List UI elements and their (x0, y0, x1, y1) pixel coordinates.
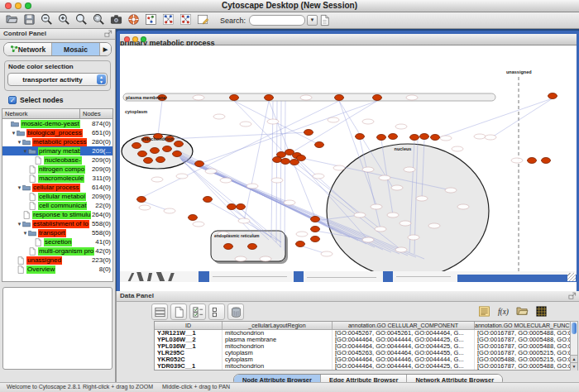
tree-row-nucleobase-[interactable]: nucleobase-209(0) (2, 155, 112, 165)
network-node-unmatched[interactable] (240, 122, 251, 127)
network-node-unmatched[interactable] (296, 232, 308, 237)
delete-attribute-icon[interactable] (227, 304, 244, 320)
annotation-icon[interactable] (196, 12, 210, 26)
zoom-selected-icon[interactable] (92, 12, 106, 26)
table-row[interactable]: YLR295Ccytoplasm[GO:0045263, GO:0044464,… (155, 350, 571, 356)
network-node-unmatched[interactable] (457, 204, 469, 209)
snapshot-camera-icon[interactable] (109, 12, 123, 26)
tab-mosaic[interactable]: Mosaic (52, 43, 100, 55)
import-attributes-icon[interactable] (514, 304, 529, 318)
tree-row-establishment-of-lo[interactable]: ▼establishment of lo558(0) (2, 219, 112, 228)
network-node[interactable] (273, 157, 282, 163)
scroll-down-icon[interactable]: ▼ (571, 362, 577, 370)
table-cell[interactable]: cytoplasm (223, 350, 333, 356)
table-cell[interactable]: YPL036W__2 (155, 337, 223, 343)
network-node-unmatched[interactable] (271, 178, 283, 183)
tree-expand-icon[interactable]: ▼ (17, 222, 22, 227)
attribute-list-icon[interactable] (476, 304, 491, 318)
table-cell[interactable]: plasma membrane (223, 337, 333, 343)
column-header[interactable]: _cellularLayoutRegion (223, 322, 333, 330)
tree-row-secretion[interactable]: secretion41(0) (2, 237, 112, 246)
layout-blue-icon[interactable] (161, 12, 175, 26)
network-edge[interactable] (490, 98, 553, 138)
open-folder-icon[interactable] (5, 12, 19, 26)
network-node-unmatched[interactable] (333, 165, 345, 170)
network-node[interactable] (297, 155, 306, 161)
network-node-unmatched[interactable] (176, 174, 188, 179)
network-node[interactable] (548, 93, 557, 99)
network-node[interactable] (389, 134, 398, 140)
network-node-unmatched[interactable] (193, 95, 204, 100)
network-node[interactable] (195, 161, 204, 167)
tree-row-macromolecule[interactable]: macromolecule311(0) (2, 174, 112, 183)
network-node[interactable] (230, 95, 239, 101)
search-input[interactable] (249, 15, 305, 26)
node-color-dropdown[interactable]: transporter activity ▲▼ (7, 73, 108, 86)
network-node-unmatched[interactable] (406, 95, 418, 100)
network-node-unmatched[interactable] (379, 175, 390, 180)
tree-expand-icon[interactable]: ▼ (22, 149, 28, 154)
network-node-unmatched[interactable] (485, 135, 496, 140)
tree-header-network[interactable]: Network (2, 109, 80, 118)
network-node[interactable] (237, 204, 246, 210)
network-node-unmatched[interactable] (474, 134, 486, 139)
network-node-unmatched[interactable] (391, 185, 403, 190)
layout-red-icon[interactable] (179, 12, 193, 26)
network-node-unmatched[interactable] (511, 158, 523, 163)
network-node[interactable] (173, 151, 182, 157)
network-node[interactable] (311, 227, 320, 232)
network-node[interactable] (163, 146, 172, 152)
tree-row-biological-process[interactable]: ▼biological_process651(0) (2, 128, 112, 137)
attribute-table[interactable]: ID_cellularLayoutRegionannotation.GO CEL… (154, 321, 572, 370)
tree-row-overview[interactable]: Overview8(0) (2, 265, 112, 274)
table-row[interactable]: YPL036W__2plasma membrane[GO:0044464, GO… (155, 337, 571, 343)
table-cell[interactable]: [GO:0044464, GO:0044446, GO:0044444, G..… (333, 356, 475, 363)
network-node-unmatched[interactable] (362, 167, 374, 172)
unselect-attributes-icon[interactable] (208, 304, 225, 320)
network-node-unmatched[interactable] (328, 117, 339, 122)
tree-expand-icon[interactable]: ▼ (11, 131, 17, 136)
tree-expand-icon[interactable]: ▼ (22, 231, 28, 236)
table-row[interactable]: YKR052Ccytoplasm[GO:0044464, GO:0044446,… (155, 356, 571, 363)
network-edge[interactable] (158, 101, 162, 135)
tree-row-primary-metabo[interactable]: ▼primary metabo209(... (2, 146, 112, 155)
network-node-unmatched[interactable] (193, 222, 204, 227)
network-node[interactable] (335, 95, 344, 101)
network-node-unmatched[interactable] (395, 124, 407, 129)
table-cell[interactable]: [GO:0045263, GO:0044464, GO:0044455, G..… (333, 350, 475, 356)
network-node[interactable] (377, 135, 386, 141)
table-cell[interactable]: [GO:0016787, GO:0005488, GO:0005215, G..… (475, 337, 571, 343)
select-nodes-checkbox[interactable]: ✓ (8, 96, 17, 104)
table-cell[interactable]: [GO:0016787, GO:0005488, GO:0005215, G..… (475, 343, 571, 350)
table-cell[interactable]: [GO:0045267, GO:0045261, GO:0044464, G..… (333, 330, 475, 337)
network-node-unmatched[interactable] (408, 235, 419, 240)
select-attributes-icon[interactable] (189, 304, 206, 320)
help-lifering-icon[interactable] (127, 12, 141, 26)
network-node-unmatched[interactable] (440, 136, 452, 141)
network-node-unmatched[interactable] (321, 251, 333, 256)
table-cell[interactable]: mitochondrion (223, 330, 333, 337)
close-window-button[interactable] (5, 2, 12, 9)
close-view-button[interactable] (124, 36, 130, 42)
table-cell[interactable]: YLR295C (155, 350, 223, 356)
network-node[interactable] (132, 143, 141, 149)
table-row[interactable]: YDR039C__1mitochondrion[GO:0044464, GO:0… (155, 363, 571, 370)
column-header[interactable]: annotation.GO MOLECULAR_FUNCTION (475, 322, 571, 330)
network-edge[interactable] (435, 98, 553, 139)
network-node-unmatched[interactable] (313, 174, 324, 179)
network-node[interactable] (528, 158, 537, 164)
network-view-window[interactable]: primary metabolic process plasma membran… (117, 31, 579, 291)
float-panel-icon[interactable] (568, 292, 577, 300)
tree-row-transport[interactable]: ▼transport558(0) (2, 228, 112, 237)
table-row[interactable]: YPL036W__1mitochondrion[GO:0044464, GO:0… (155, 343, 571, 350)
column-header[interactable]: ID (155, 322, 223, 330)
network-node-unmatched[interactable] (284, 200, 295, 205)
zoom-view-button[interactable] (141, 36, 146, 42)
table-cell[interactable]: [GO:0016787, GO:0005215, GO:0003824, G..… (475, 350, 571, 356)
birdseye-overview-icon[interactable] (144, 12, 158, 26)
network-tree[interactable]: mosaic-demo-yeast874(0)▼biological_proce… (2, 119, 113, 282)
tree-expand-icon[interactable]: ▼ (17, 140, 22, 145)
network-edge[interactable] (244, 101, 269, 221)
network-node[interactable] (144, 158, 153, 164)
network-node[interactable] (373, 95, 382, 101)
